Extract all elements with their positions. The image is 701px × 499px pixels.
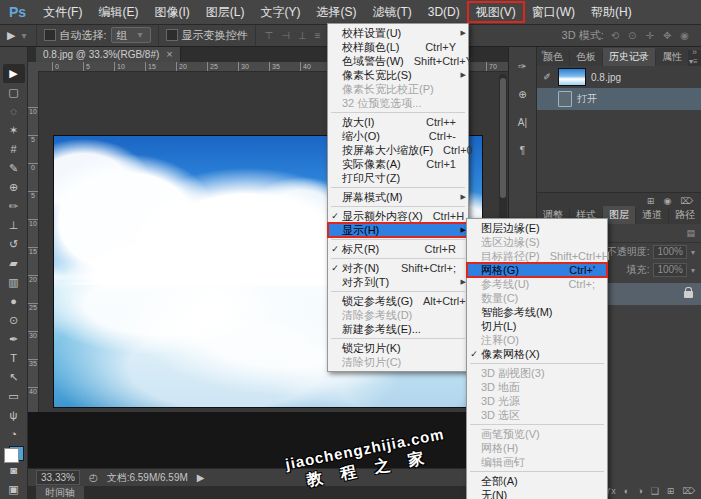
menu-item-new-guide[interactable]: 新建参考线(E)... (328, 322, 468, 336)
preset-caret-icon[interactable]: ▾ (19, 30, 28, 41)
hand-tool[interactable]: ψ (3, 406, 25, 425)
zoom-tool[interactable]: ◔ (3, 425, 25, 444)
type-tool[interactable]: T (3, 349, 25, 368)
status-expand-icon[interactable]: ▶ (197, 472, 205, 483)
menu-select[interactable]: 选择(S) (308, 2, 364, 22)
dodge-tool[interactable]: ⊙ (3, 311, 25, 330)
3d-roll-icon[interactable]: ⊙ (626, 30, 638, 41)
align-left-icon[interactable]: ⊤ (263, 30, 276, 41)
menu-image[interactable]: 图像(I) (146, 2, 197, 22)
eraser-tool[interactable]: ▰ (3, 254, 25, 273)
brush-panel-icon[interactable]: ✑ (513, 58, 533, 76)
tab-history[interactable]: 历史记录 (603, 48, 655, 66)
magic-wand-tool[interactable]: ✶ (3, 121, 25, 140)
menu-item-proof-colors[interactable]: 校样颜色(L)Ctrl+Y (328, 40, 468, 54)
dock-collapse-left-icon[interactable]: « (541, 47, 546, 57)
brush-tool[interactable]: ✏ (3, 197, 25, 216)
submenu-item-slices[interactable]: 切片(L) (467, 319, 607, 333)
menu-item-proof-setup[interactable]: 校样设置(U)▶ (328, 26, 468, 40)
move-tool[interactable]: ▶ (3, 64, 25, 83)
menu-item-lock-guides[interactable]: 锁定参考线(G)Alt+Ctrl+; (328, 294, 468, 308)
transform-controls-checkbox[interactable] (166, 29, 178, 41)
document-tab[interactable]: 0.8.jpg @ 33.3%(RGB/8#) × (36, 46, 181, 62)
quick-mask-button[interactable]: ◙ (3, 461, 25, 480)
new-group-icon[interactable]: ❑ (651, 486, 659, 496)
menu-item-zoom-out[interactable]: 缩小(O)Ctrl+- (328, 129, 468, 143)
healing-brush-tool[interactable]: ⊕ (3, 178, 25, 197)
menu-item-lock-slices[interactable]: 锁定切片(K) (328, 341, 468, 355)
menu-item-show-extras[interactable]: ✓显示额外内容(X)Ctrl+H (328, 209, 468, 223)
3d-camera-icon[interactable]: ◉ (678, 30, 691, 41)
delete-layer-icon[interactable]: ⌦ (682, 486, 695, 496)
menu-item-snap-to[interactable]: 对齐到(T)▶ (328, 275, 468, 289)
distribute-icon[interactable]: ≡ (313, 30, 323, 41)
tab-paths[interactable]: 路径 (669, 206, 701, 224)
dock-collapse-right-icon[interactable]: » (692, 47, 697, 57)
menu-item-zoom-in[interactable]: 放大(I)Ctrl++ (328, 115, 468, 129)
menu-filter[interactable]: 滤镜(T) (364, 2, 419, 22)
align-center-icon[interactable]: ⊣ (279, 30, 292, 41)
menu-window[interactable]: 窗口(W) (524, 2, 583, 22)
menu-item-pixel-aspect[interactable]: 像素长宽比(S)▶ (328, 68, 468, 82)
new-layer-icon[interactable]: ⊞ (667, 486, 675, 496)
submenu-item-none[interactable]: 无(N) (467, 488, 607, 499)
menu-item-actual-pixels[interactable]: 实际像素(A)Ctrl+1 (328, 157, 468, 171)
menu-type[interactable]: 文字(Y) (252, 2, 308, 22)
submenu-item-all[interactable]: 全部(A) (467, 474, 607, 488)
foreground-color-swatch[interactable] (4, 448, 19, 463)
move-tool-preset-icon[interactable]: ▶ (7, 29, 15, 42)
menu-layer[interactable]: 图层(L) (198, 2, 253, 22)
opacity-caret-icon[interactable]: ▾ (691, 248, 695, 257)
blur-tool[interactable]: ● (3, 292, 25, 311)
pen-tool[interactable]: ✒ (3, 330, 25, 349)
3d-rotate-icon[interactable]: ⟲ (609, 30, 621, 41)
scrollbar-thumb[interactable] (500, 78, 506, 198)
submenu-item-smart-guides[interactable]: 智能参考线(M) (467, 305, 607, 319)
delete-state-icon[interactable]: ⌦ (680, 196, 693, 206)
tab-swatches[interactable]: 色板 (570, 48, 602, 66)
menu-item-print-size[interactable]: 打印尺寸(Z) (328, 171, 468, 185)
lasso-tool[interactable]: ◌ (3, 102, 25, 121)
submenu-item-grid[interactable]: 网格(G)Ctrl+' (467, 263, 607, 277)
opacity-value[interactable]: 100% (653, 245, 687, 259)
eyedropper-tool[interactable]: ✎ (3, 159, 25, 178)
history-source-row[interactable]: ✐ 0.8.jpg (537, 66, 701, 88)
clone-stamp-tool[interactable]: ⊥ (3, 216, 25, 235)
history-step-open[interactable]: 打开 (537, 88, 701, 110)
submenu-item-layer-edges[interactable]: 图层边缘(E) (467, 221, 607, 235)
path-select-tool[interactable]: ↖ (3, 368, 25, 387)
left-ruler[interactable]: 10 5 0 5 10 15 20 25 30 35 40 45 (28, 71, 39, 468)
new-snapshot-icon[interactable]: ◉ (663, 196, 671, 206)
history-brush-source-icon[interactable]: ✐ (541, 72, 553, 82)
tab-channels[interactable]: 通道 (636, 206, 668, 224)
3d-slide-icon[interactable]: ✥ (661, 30, 673, 41)
character-panel-icon[interactable]: A| (513, 114, 533, 132)
history-brush-tool[interactable]: ↺ (3, 235, 25, 254)
screen-mode-button[interactable]: ▣ (3, 480, 25, 499)
menu-edit[interactable]: 编辑(E) (90, 2, 146, 22)
shape-tool[interactable]: ▭ (3, 387, 25, 406)
tab-properties[interactable]: 属性 (656, 48, 688, 66)
fill-value[interactable]: 100% (653, 263, 687, 277)
panel-menu-icon[interactable]: ▾≡ (689, 57, 701, 66)
menu-view[interactable]: 视图(V) (468, 2, 524, 22)
autoselect-checkbox[interactable] (44, 29, 56, 41)
menu-item-snap[interactable]: ✓对齐(N)Shift+Ctrl+; (328, 261, 468, 275)
clone-source-panel-icon[interactable]: ⊕ (513, 86, 533, 104)
menu-item-fit-on-screen[interactable]: 按屏幕大小缩放(F)Ctrl+0 (328, 143, 468, 157)
new-doc-from-state-icon[interactable]: ⊞ (647, 196, 655, 206)
filter-toggle-icon[interactable]: ▤ (686, 228, 695, 238)
zoom-level-field[interactable]: 33.33% (36, 470, 80, 485)
tab-timeline[interactable]: 时间轴 (36, 486, 84, 499)
layer-mask-icon[interactable]: ◐ (624, 486, 629, 496)
3d-pan-icon[interactable]: ✛ (643, 30, 655, 41)
menu-3d[interactable]: 3D(D) (420, 2, 468, 22)
menu-item-rulers[interactable]: ✓标尺(R)Ctrl+R (328, 242, 468, 256)
close-tab-icon[interactable]: × (166, 48, 172, 60)
menu-item-show[interactable]: 显示(H)▶ (328, 223, 468, 237)
submenu-item-pixel-grid[interactable]: ✓像素网格(X) (467, 347, 607, 361)
fill-caret-icon[interactable]: ▾ (691, 266, 695, 275)
autoselect-dropdown[interactable]: 组 ▾ (111, 27, 151, 43)
menu-item-screen-mode[interactable]: 屏幕模式(M)▶ (328, 190, 468, 204)
gradient-tool[interactable]: ▥ (3, 273, 25, 292)
